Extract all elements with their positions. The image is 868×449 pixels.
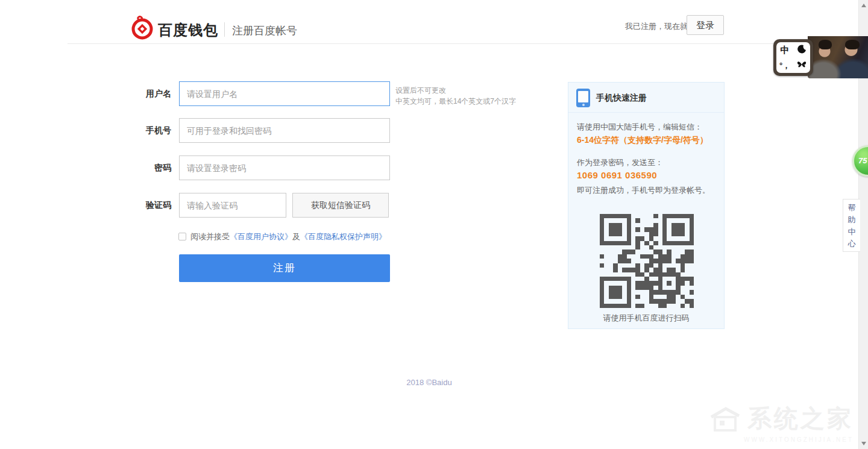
phone-input[interactable]: [179, 118, 390, 143]
privacy-policy-link[interactable]: 《百度隐私权保护声明》: [300, 232, 386, 241]
register-button[interactable]: 注册: [179, 254, 390, 282]
username-input[interactable]: [179, 81, 390, 106]
username-label: 用户名: [106, 81, 171, 106]
watermark-subtitle: WWW.XITONGZHIJIA.NET: [708, 436, 854, 443]
agreement-middle: 及: [292, 232, 300, 241]
copyright: 2018 ©Baidu: [0, 378, 858, 387]
get-sms-code-button[interactable]: 获取短信验证码: [292, 193, 389, 218]
panel-divider: [568, 112, 724, 113]
ime-punctuation-mode[interactable]: °，: [779, 61, 790, 69]
panel-highlight2: 1069 0691 036590: [577, 170, 657, 180]
username-hint-line2: 中英文均可，最长14个英文或7个汉字: [395, 96, 516, 107]
scroll-down-arrow-icon[interactable]: [861, 442, 866, 445]
help-center-tab[interactable]: 帮助中心: [843, 199, 860, 252]
page-title: 注册百度帐号: [232, 24, 297, 38]
username-hint-line1: 设置后不可更改: [395, 85, 516, 96]
phone-label: 手机号: [106, 118, 171, 143]
panel-line2: 作为登录密码，发送至：: [577, 157, 663, 168]
header: 百度钱包 注册百度帐号 我已注册，现在就 登录: [0, 0, 868, 43]
baidu-wallet-logo-icon: [130, 16, 154, 40]
house-icon: [708, 405, 743, 433]
qr-caption: 请使用手机百度进行扫码: [568, 313, 724, 324]
panel-line1: 请使用中国大陆手机号，编辑短信：: [577, 122, 702, 133]
login-button[interactable]: 登录: [687, 15, 724, 35]
username-hint: 设置后不可更改 中英文均可，最长14个英文或7个汉字: [395, 85, 516, 107]
captcha-label: 验证码: [106, 193, 171, 218]
panel-title: 手机快速注册: [596, 93, 647, 104]
agreement-prefix: 阅读并接受: [190, 232, 230, 241]
help-center-label: 帮助中心: [848, 202, 856, 250]
logo-text: 百度钱包: [158, 20, 218, 40]
qr-code: [600, 214, 694, 308]
register-page: 百度钱包 注册百度帐号 我已注册，现在就 登录 用户名 设置后不可更改 中英文均…: [0, 0, 868, 449]
scroll-up-arrow-icon[interactable]: [861, 4, 866, 7]
panel-line3: 即可注册成功，手机号即为登录帐号。: [577, 185, 710, 196]
panel-highlight1: 6-14位字符（支持数字/字母/符号）: [577, 135, 708, 146]
header-rule: [68, 43, 858, 44]
captcha-input[interactable]: [179, 193, 286, 218]
phone-icon: [576, 89, 590, 107]
user-agreement-link[interactable]: 《百度用户协议》: [230, 232, 292, 241]
agreement-checkbox[interactable]: [178, 233, 186, 240]
butterfly-icon[interactable]: [797, 60, 807, 70]
quick-register-panel: 手机快速注册 请使用中国大陆手机号，编辑短信： 6-14位字符（支持数字/字母/…: [568, 82, 725, 329]
floating-badge[interactable]: 75: [852, 145, 868, 177]
header-divider: [224, 22, 225, 37]
ime-overlay: 中 °，: [773, 36, 868, 78]
moon-icon[interactable]: [797, 45, 807, 55]
agreement-row: 阅读并接受《百度用户协议》及《百度隐私权保护声明》: [178, 231, 386, 242]
ad-photo: [808, 36, 868, 78]
ime-status-bar[interactable]: 中 °，: [773, 39, 813, 76]
ime-chinese-mode[interactable]: 中: [781, 45, 790, 54]
watermark-title: 系统之家: [747, 402, 854, 435]
already-registered-text: 我已注册，现在就: [625, 21, 688, 32]
site-watermark: 系统之家 WWW.XITONGZHIJIA.NET: [708, 402, 854, 443]
password-input[interactable]: [179, 155, 390, 180]
password-label: 密码: [106, 155, 171, 180]
